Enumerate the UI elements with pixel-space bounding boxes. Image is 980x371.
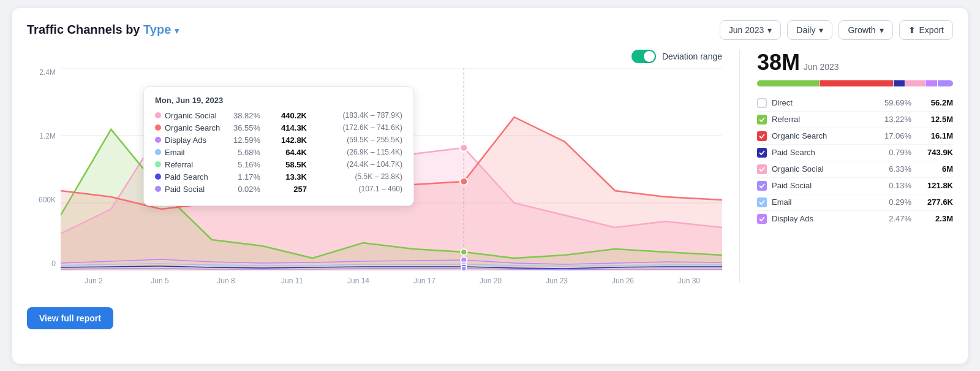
legend-item-value: 12.5M bbox=[916, 115, 953, 124]
metric-dropdown[interactable]: Growth ▾ bbox=[839, 20, 892, 40]
tooltip-item-value: 13.3K bbox=[264, 172, 307, 182]
tooltip-item-value: 257 bbox=[264, 185, 307, 194]
legend-item[interactable]: Paid Social 0.13% 121.8K bbox=[757, 178, 953, 194]
legend-checkbox[interactable] bbox=[757, 214, 767, 224]
x-label-jun20: Jun 20 bbox=[458, 277, 524, 285]
legend-item-name: Paid Search bbox=[772, 148, 876, 157]
card-title: Traffic Channels by Type ▾ bbox=[27, 23, 179, 37]
total-number: 38M bbox=[757, 50, 800, 75]
legend-item[interactable]: Paid Search 0.79% 743.9K bbox=[757, 145, 953, 161]
panel-divider bbox=[739, 50, 740, 283]
tooltip-item-name: Referral bbox=[165, 160, 226, 169]
tooltip-item-value: 64.4K bbox=[264, 148, 307, 157]
legend-item-pct: 0.13% bbox=[881, 181, 911, 190]
legend-item[interactable]: Organic Search 17.06% 16.1M bbox=[757, 128, 953, 145]
chevron-down-icon: ▾ bbox=[880, 25, 884, 35]
x-label-jun5: Jun 5 bbox=[127, 277, 193, 285]
legend-item-name: Organic Social bbox=[772, 164, 876, 174]
tooltip-dot bbox=[155, 174, 161, 180]
view-report-label: View full report bbox=[39, 313, 101, 323]
export-button[interactable]: ⬆ Export bbox=[899, 20, 953, 40]
legend-item-name: Display Ads bbox=[772, 214, 876, 223]
tooltip-row: Organic Social 38.82% 440.2K (183.4K – 7… bbox=[155, 111, 402, 120]
legend-item-value: 121.8K bbox=[916, 181, 953, 190]
legend-item-pct: 0.29% bbox=[881, 197, 911, 207]
tooltip-item-pct: 5.16% bbox=[230, 160, 260, 169]
x-label-jun26: Jun 26 bbox=[590, 277, 656, 285]
legend-checkbox[interactable] bbox=[757, 164, 767, 174]
tooltip-item-range: (59.5K – 255.5K) bbox=[311, 136, 402, 144]
legend-item[interactable]: Display Ads 2.47% 2.3M bbox=[757, 211, 953, 227]
main-card: Traffic Channels by Type ▾ Jun 2023 ▾ Da… bbox=[12, 8, 968, 364]
legend-checkbox[interactable] bbox=[757, 98, 767, 108]
legend-item-pct: 17.06% bbox=[881, 131, 911, 140]
metric-label: Growth bbox=[848, 25, 875, 35]
tooltip-item-pct: 1.17% bbox=[230, 172, 260, 182]
tooltip-item-pct: 12.59% bbox=[230, 136, 260, 145]
chevron-down-icon: ▾ bbox=[819, 25, 823, 35]
legend-checkbox[interactable] bbox=[757, 115, 767, 124]
legend-checkbox[interactable] bbox=[757, 197, 767, 207]
tooltip-item-value: 414.3K bbox=[264, 123, 307, 132]
tooltip-row: Paid Social 0.02% 257 (107.1 – 460) bbox=[155, 185, 402, 194]
legend-checkbox[interactable] bbox=[757, 148, 767, 158]
tooltip-item-range: (5.5K – 23.8K) bbox=[311, 172, 402, 181]
tooltip-item-name: Organic Social bbox=[165, 111, 226, 120]
card-header: Traffic Channels by Type ▾ Jun 2023 ▾ Da… bbox=[27, 20, 953, 40]
tooltip-dot bbox=[155, 137, 161, 143]
chart-tooltip: Mon, Jun 19, 2023 Organic Social 38.82% … bbox=[143, 86, 414, 206]
legend-item-pct: 2.47% bbox=[881, 214, 911, 223]
view-full-report-button[interactable]: View full report bbox=[27, 307, 113, 329]
interval-dropdown[interactable]: Daily ▾ bbox=[787, 20, 832, 40]
tooltip-item-pct: 0.02% bbox=[230, 185, 260, 194]
color-bar-segment bbox=[925, 80, 937, 86]
tooltip-row: Email 5.68% 64.4K (26.9K – 115.4K) bbox=[155, 148, 402, 157]
export-icon: ⬆ bbox=[908, 25, 916, 35]
tooltip-item-value: 142.8K bbox=[264, 136, 307, 145]
tooltip-row: Referral 5.16% 58.5K (24.4K – 104.7K) bbox=[155, 160, 402, 169]
legend-item[interactable]: Email 0.29% 277.6K bbox=[757, 194, 953, 211]
tooltip-dot bbox=[155, 112, 161, 118]
date-dropdown[interactable]: Jun 2023 ▾ bbox=[720, 20, 782, 40]
x-label-jun23: Jun 23 bbox=[524, 277, 590, 285]
chevron-down-icon: ▾ bbox=[767, 25, 772, 35]
legend-item-value: 277.6K bbox=[916, 197, 953, 207]
legend-item[interactable]: Direct 59.69% 56.2M bbox=[757, 95, 953, 112]
legend-item-pct: 59.69% bbox=[881, 98, 911, 107]
header-controls: Jun 2023 ▾ Daily ▾ Growth ▾ ⬆ Export bbox=[720, 20, 953, 40]
color-bar-segment bbox=[894, 80, 905, 86]
tooltip-item-name: Organic Search bbox=[165, 123, 226, 132]
y-label-0: 0 bbox=[27, 259, 61, 268]
tooltip-item-name: Paid Social bbox=[165, 185, 226, 194]
legend-item-value: 6M bbox=[916, 164, 953, 174]
dot-paid-social bbox=[461, 266, 466, 270]
x-label-jun2: Jun 2 bbox=[61, 277, 127, 285]
tooltip-item-name: Email bbox=[165, 148, 226, 157]
tooltip-dot bbox=[155, 186, 161, 192]
legend-checkbox[interactable] bbox=[757, 131, 767, 141]
legend-list: Direct 59.69% 56.2M Referral 13.22% 12.5… bbox=[757, 95, 953, 227]
legend-item[interactable]: Organic Social 6.33% 6M bbox=[757, 161, 953, 178]
legend-item-value: 16.1M bbox=[916, 131, 953, 140]
x-label-jun8: Jun 8 bbox=[193, 277, 259, 285]
title-arrow[interactable]: ▾ bbox=[175, 26, 179, 36]
dot-organic-search bbox=[460, 178, 467, 185]
legend-item[interactable]: Referral 13.22% 12.5M bbox=[757, 112, 953, 128]
tooltip-date: Mon, Jun 19, 2023 bbox=[155, 96, 402, 105]
tooltip-row: Paid Search 1.17% 13.3K (5.5K – 23.8K) bbox=[155, 172, 402, 182]
total-period: Jun 2023 bbox=[804, 62, 839, 72]
x-label-jun11: Jun 11 bbox=[259, 277, 325, 285]
tooltip-item-value: 58.5K bbox=[264, 160, 307, 169]
legend-item-pct: 0.79% bbox=[881, 148, 911, 157]
color-bar-segment bbox=[938, 80, 953, 86]
tooltip-item-range: (26.9K – 115.4K) bbox=[311, 148, 402, 156]
deviation-toggle[interactable] bbox=[631, 50, 656, 63]
tooltip-item-range: (107.1 – 460) bbox=[311, 185, 402, 193]
legend-item-value: 743.9K bbox=[916, 148, 953, 157]
y-axis: 2.4M 1.2M 600K 0 bbox=[27, 68, 61, 270]
title-type[interactable]: Type bbox=[143, 23, 171, 36]
tooltip-item-range: (24.4K – 104.7K) bbox=[311, 160, 402, 169]
legend-checkbox[interactable] bbox=[757, 181, 767, 191]
legend-item-pct: 6.33% bbox=[881, 164, 911, 174]
x-label-jun17: Jun 17 bbox=[391, 277, 458, 285]
